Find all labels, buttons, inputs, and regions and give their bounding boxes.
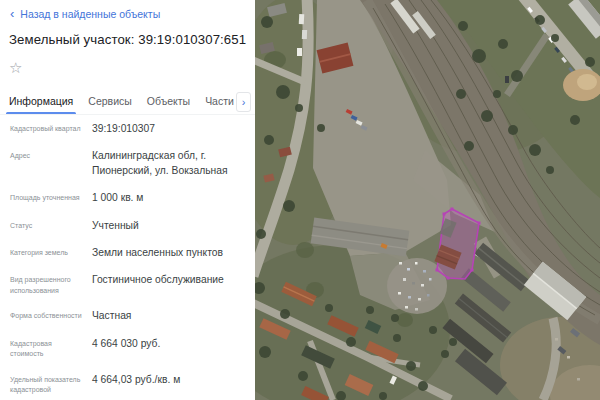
field-value: 39:19:010307: [92, 122, 250, 136]
field-label: Статус: [10, 219, 84, 233]
info-fields: Кадастровый квартал 39:19:010307 Адрес К…: [10, 122, 250, 400]
field-label: Категория земель: [10, 246, 84, 260]
field-row-specific-value: Удельный показатель кадастровой 4 664,03…: [10, 373, 250, 396]
field-row-permitted-use: Вид разрешенного использования Гостиничн…: [10, 273, 250, 296]
field-value: Частная: [92, 309, 250, 323]
field-row-cadastral-value: Кадастровая стоимость 4 664 030 руб.: [10, 337, 250, 360]
satellite-map[interactable]: [255, 0, 600, 400]
tabs-scroll-right-button[interactable]: ›: [236, 92, 251, 112]
field-label: Кадастровый квартал: [10, 122, 84, 136]
field-label: Удельный показатель кадастровой: [10, 373, 84, 396]
field-row-land-category: Категория земель Земли населенных пункто…: [10, 246, 250, 260]
back-link-label: Назад в найденные объекты: [20, 8, 160, 20]
field-label: Адрес: [10, 149, 84, 178]
field-value: Учтенный: [92, 219, 250, 233]
field-value: 1 000 кв. м: [92, 191, 250, 205]
field-row-address: Адрес Калининградская обл, г. Пионерский…: [10, 149, 250, 178]
field-value: Земли населенных пунктов: [92, 246, 250, 260]
field-value: Гостиничное обслуживание: [92, 273, 250, 296]
cadastral-map-app: ‹ Назад в найденные объекты Земельный уч…: [0, 0, 600, 400]
back-link[interactable]: ‹ Назад в найденные объекты: [10, 8, 160, 20]
favorite-star-icon[interactable]: ☆: [9, 58, 29, 78]
field-label: Форма собственности: [10, 309, 84, 323]
object-info-panel: ‹ Назад в найденные объекты Земельный уч…: [0, 0, 255, 400]
field-value: 4 664 030 руб.: [92, 337, 250, 360]
tab-objects[interactable]: Объекты: [147, 95, 190, 109]
field-row-cadastral-quarter: Кадастровый квартал 39:19:010307: [10, 122, 250, 136]
field-label: Кадастровая стоимость: [10, 337, 84, 360]
tab-bar: Информация Сервисы Объекты Части ЗУ Сост…: [0, 90, 255, 115]
field-row-status: Статус Учтенный: [10, 219, 250, 233]
field-value: 4 664,03 руб./кв. м: [92, 373, 250, 396]
chevron-left-icon: ‹: [10, 9, 14, 19]
field-row-area: Площадь уточненная 1 000 кв. м: [10, 191, 250, 205]
map-viewport[interactable]: [255, 0, 600, 400]
field-value: Калининградская обл, г. Пионерский, ул. …: [92, 149, 250, 178]
tab-information[interactable]: Информация: [9, 95, 73, 109]
tab-services[interactable]: Сервисы: [88, 95, 132, 109]
page-title: Земельный участок: 39:19:010307:651: [9, 32, 249, 47]
field-row-ownership: Форма собственности Частная: [10, 309, 250, 323]
field-label: Вид разрешенного использования: [10, 273, 84, 296]
field-label: Площадь уточненная: [10, 191, 84, 205]
